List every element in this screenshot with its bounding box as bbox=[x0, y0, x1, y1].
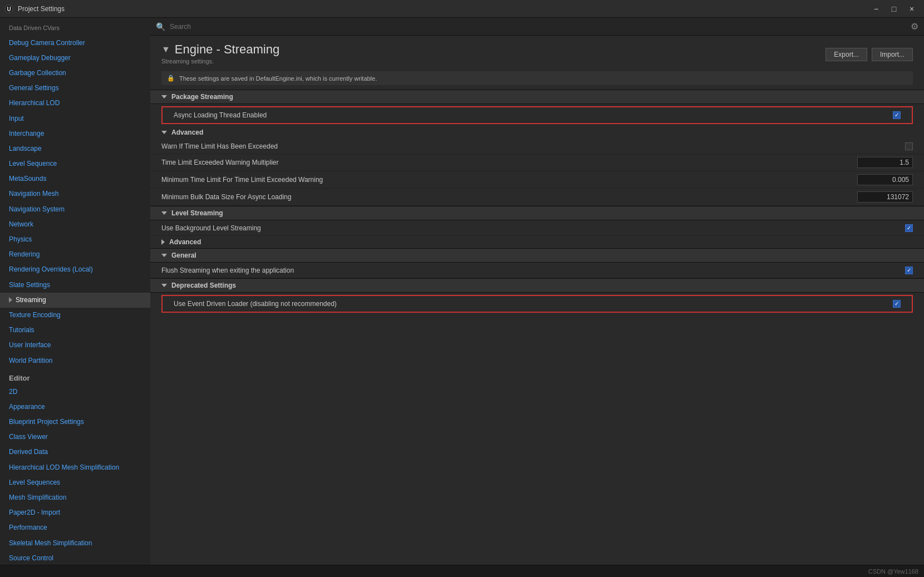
level-advanced-header[interactable]: Advanced bbox=[150, 236, 924, 248]
async-loading-label: Async Loading Thread Enabled bbox=[174, 111, 622, 119]
sidebar-item-performance[interactable]: Performance bbox=[0, 520, 150, 535]
package-streaming-section: Package Streaming Async Loading Thread E… bbox=[150, 90, 924, 206]
deprecated-settings-content: Use Event Driven Loader (disabling not r… bbox=[150, 295, 924, 313]
content-scroll: ▼ Engine - Streaming Streaming settings.… bbox=[150, 36, 924, 565]
sidebar: Data Driven CVars Debug Camera Controlle… bbox=[0, 18, 150, 565]
level-advanced-collapse-icon bbox=[161, 239, 165, 245]
sidebar-item-garbage-collection[interactable]: Garbage Collection bbox=[0, 66, 150, 81]
async-loading-highlight: Async Loading Thread Enabled bbox=[161, 106, 913, 124]
deprecated-settings-header[interactable]: Deprecated Settings bbox=[150, 278, 924, 293]
sidebar-item-rendering[interactable]: Rendering bbox=[0, 247, 150, 262]
time-limit-multiplier-input[interactable] bbox=[857, 157, 913, 168]
sidebar-item-blueprint-project-settings[interactable]: Blueprint Project Settings bbox=[0, 415, 150, 430]
min-time-limit-row: Minimum Time Limit For Time Limit Exceed… bbox=[150, 171, 924, 189]
maximize-button[interactable]: □ bbox=[886, 3, 902, 15]
content-area: 🔍 ⚙ ▼ Engine - Streaming Streaming setti… bbox=[150, 18, 924, 565]
package-streaming-header[interactable]: Package Streaming bbox=[150, 90, 924, 104]
sidebar-item-skeletal-mesh[interactable]: Skeletal Mesh Simplification bbox=[0, 536, 150, 551]
warn-time-limit-checkbox[interactable] bbox=[905, 142, 913, 150]
export-button[interactable]: Export... bbox=[825, 48, 867, 61]
sidebar-item-landscape[interactable]: Landscape bbox=[0, 141, 150, 156]
sidebar-item-source-control[interactable]: Source Control bbox=[0, 551, 150, 565]
page-header: ▼ Engine - Streaming Streaming settings.… bbox=[150, 36, 924, 67]
package-streaming-content: Async Loading Thread Enabled Advanced Wa… bbox=[150, 106, 924, 206]
general-header[interactable]: General bbox=[150, 248, 924, 263]
sidebar-item-user-interface[interactable]: User Interface bbox=[0, 338, 150, 353]
page-title: ▼ Engine - Streaming bbox=[161, 42, 279, 57]
main-layout: Data Driven CVars Debug Camera Controlle… bbox=[0, 18, 924, 565]
sidebar-item-general-settings[interactable]: General Settings bbox=[0, 81, 150, 96]
sidebar-item-level-sequence[interactable]: Level Sequence bbox=[0, 156, 150, 171]
sidebar-item-gameplay-debugger[interactable]: Gameplay Debugger bbox=[0, 51, 150, 66]
sidebar-item-network[interactable]: Network bbox=[0, 217, 150, 232]
general-content: Flush Streaming when exiting the applica… bbox=[150, 263, 924, 278]
event-driven-loader-row: Use Event Driven Loader (disabling not r… bbox=[163, 296, 912, 312]
import-button[interactable]: Import... bbox=[872, 48, 913, 61]
sidebar-item-input[interactable]: Input bbox=[0, 111, 150, 126]
sidebar-item-class-viewer[interactable]: Class Viewer bbox=[0, 430, 150, 445]
svg-text:U: U bbox=[7, 6, 11, 12]
event-driven-loader-checkbox[interactable] bbox=[893, 300, 901, 308]
sidebar-item-tutorials[interactable]: Tutorials bbox=[0, 323, 150, 338]
sidebar-item-data-driven-cvars[interactable]: Data Driven CVars bbox=[0, 20, 150, 36]
warn-time-limit-row: Warn If Time Limit Has Been Exceeded bbox=[150, 139, 924, 154]
package-advanced-title: Advanced bbox=[171, 129, 203, 136]
search-input[interactable] bbox=[170, 23, 906, 31]
sidebar-item-metasounds[interactable]: MetaSounds bbox=[0, 171, 150, 186]
page-title-text: Engine - Streaming bbox=[175, 42, 279, 57]
search-bar: 🔍 ⚙ bbox=[150, 18, 924, 36]
use-background-level-label: Use Background Level Streaming bbox=[161, 224, 635, 232]
level-streaming-section: Level Streaming Use Background Level Str… bbox=[150, 206, 924, 248]
event-driven-loader-checkbox-container bbox=[622, 300, 901, 308]
sidebar-item-level-sequences[interactable]: Level Sequences bbox=[0, 475, 150, 490]
close-button[interactable]: × bbox=[904, 3, 920, 15]
min-time-limit-input[interactable] bbox=[857, 174, 913, 185]
app-icon: U bbox=[4, 4, 13, 13]
async-loading-checkbox-container bbox=[622, 111, 901, 119]
minimize-button[interactable]: − bbox=[868, 3, 884, 15]
level-streaming-header[interactable]: Level Streaming bbox=[150, 206, 924, 220]
sidebar-item-navigation-system[interactable]: Navigation System bbox=[0, 202, 150, 217]
sidebar-item-debug-camera[interactable]: Debug Camera Controller bbox=[0, 36, 150, 51]
flush-streaming-label: Flush Streaming when exiting the applica… bbox=[161, 267, 635, 274]
sidebar-item-interchange[interactable]: Interchange bbox=[0, 126, 150, 141]
collapse-arrow-icon[interactable]: ▼ bbox=[161, 45, 170, 55]
sidebar-item-physics[interactable]: Physics bbox=[0, 232, 150, 247]
sidebar-item-rendering-overrides[interactable]: Rendering Overrides (Local) bbox=[0, 262, 150, 277]
level-streaming-title: Level Streaming bbox=[171, 209, 223, 217]
sidebar-item-slate-settings[interactable]: Slate Settings bbox=[0, 278, 150, 293]
sidebar-item-derived-data[interactable]: Derived Data bbox=[0, 445, 150, 460]
gear-icon[interactable]: ⚙ bbox=[911, 21, 918, 32]
level-advanced-title: Advanced bbox=[169, 238, 201, 246]
event-driven-loader-highlight: Use Event Driven Loader (disabling not r… bbox=[161, 295, 913, 313]
flush-streaming-checkbox[interactable] bbox=[905, 267, 913, 274]
deprecated-settings-collapse-icon bbox=[161, 284, 167, 287]
sidebar-item-navigation-mesh[interactable]: Navigation Mesh bbox=[0, 186, 150, 201]
sidebar-item-appearance[interactable]: Appearance bbox=[0, 400, 150, 415]
sidebar-item-mesh-simplification[interactable]: Mesh Simplification bbox=[0, 490, 150, 505]
status-text: CSDN @Yew1168 bbox=[868, 568, 918, 575]
sidebar-item-world-partition[interactable]: World Partition bbox=[0, 353, 150, 368]
page-title-area: ▼ Engine - Streaming Streaming settings. bbox=[161, 42, 279, 65]
time-limit-multiplier-label: Time Limit Exceeded Warning Multiplier bbox=[161, 159, 857, 166]
sidebar-item-texture-encoding[interactable]: Texture Encoding bbox=[0, 308, 150, 323]
general-title: General bbox=[171, 251, 196, 259]
async-loading-checkbox[interactable] bbox=[893, 111, 901, 119]
min-bulk-data-input[interactable] bbox=[857, 191, 913, 203]
window-title: Project Settings bbox=[18, 5, 868, 13]
sidebar-item-streaming[interactable]: Streaming bbox=[0, 293, 150, 308]
flush-streaming-row: Flush Streaming when exiting the applica… bbox=[150, 263, 924, 278]
async-loading-row: Async Loading Thread Enabled bbox=[163, 107, 912, 123]
sidebar-item-hierarchical-lod[interactable]: Hierarchical LOD bbox=[0, 96, 150, 111]
general-section: General Flush Streaming when exiting the… bbox=[150, 248, 924, 278]
use-background-level-row: Use Background Level Streaming bbox=[150, 220, 924, 236]
sidebar-item-2d[interactable]: 2D bbox=[0, 384, 150, 400]
sidebar-item-paper2d[interactable]: Paper2D - Import bbox=[0, 505, 150, 520]
use-background-level-checkbox[interactable] bbox=[905, 224, 913, 232]
package-advanced-header[interactable]: Advanced bbox=[150, 126, 924, 139]
title-bar: U Project Settings − □ × bbox=[0, 0, 924, 18]
package-streaming-title: Package Streaming bbox=[171, 93, 233, 101]
package-streaming-collapse-icon bbox=[161, 95, 167, 98]
warn-time-limit-label: Warn If Time Limit Has Been Exceeded bbox=[161, 142, 635, 150]
sidebar-item-hierarchical-lod-mesh[interactable]: Hierarchical LOD Mesh Simplification bbox=[0, 460, 150, 475]
